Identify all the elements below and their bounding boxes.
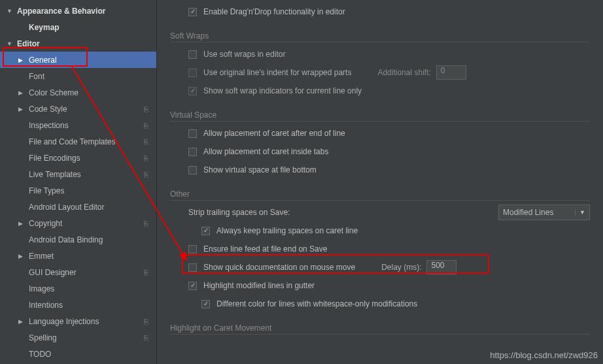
project-level-icon: ⎘ [144,105,148,113]
checkbox-quick-doc[interactable] [188,263,197,272]
sidebar-item-label: File and Code Templates [29,137,156,146]
sidebar-item-images[interactable]: Images [0,280,156,297]
sidebar-item-label: Emmet [29,252,156,261]
tree-arrow-icon: ▶ [18,106,26,112]
sidebar-item-copyright[interactable]: ▶Copyright⎘ [0,215,156,231]
label-highlight-modified: Highlight modified lines in gutter [203,281,315,290]
row-caret-inside-tabs: Allow placement of caret inside tabs [170,142,590,161]
tree-arrow-icon: ▶ [18,318,26,325]
dropdown-strip-trailing[interactable]: Modified Lines ▼ [498,205,590,220]
sidebar-item-file-and-code-templates[interactable]: File and Code Templates⎘ [0,133,156,150]
row-softwrap-indicators: Show soft wrap indicators for current li… [170,82,590,100]
sidebar-item-label: Language Injections [29,317,156,326]
sidebar-item-spelling[interactable]: Spelling⎘ [0,329,156,346]
project-level-icon: ⎘ [144,154,148,162]
checkbox-caret-inside-tabs[interactable] [188,148,197,156]
checkbox-softwrap-indicators[interactable] [188,87,197,95]
checkbox-highlight-modified[interactable] [188,282,197,290]
section-soft-wraps: Soft Wraps [170,31,590,42]
label-caret-after-eol: Allow placement of caret after end of li… [203,129,345,138]
sidebar-item-label: File Types [29,186,156,195]
input-delay-ms[interactable]: 500 [426,260,457,274]
checkbox-ensure-linefeed[interactable] [188,245,197,254]
sidebar-item-file-types[interactable]: File Types [0,182,156,199]
sidebar-item-emmet[interactable]: ▶Emmet [0,248,156,264]
label-delay-ms: Delay (ms): [381,263,421,272]
sidebar-item-label: Intentions [29,301,156,310]
checkbox-dragndrop[interactable] [188,8,197,16]
row-strip-trailing: Strip trailing spaces on Save: Modified … [170,203,590,222]
sidebar-item-label: File Encodings [29,154,156,163]
label-quick-doc: Show quick documentation on mouse move [203,263,355,272]
label-softwraps: Use soft wraps in editor [203,50,285,59]
project-level-icon: ⎘ [144,334,148,342]
row-ensure-linefeed: Ensure line feed at file end on Save [170,240,590,258]
sidebar-item-code-style[interactable]: ▶Code Style⎘ [0,101,156,117]
row-highlight-modified: Highlight modified lines in gutter [170,276,590,295]
sidebar-item-label: Color Scheme [29,88,156,97]
label-caret-inside-tabs: Allow placement of caret inside tabs [203,147,328,156]
sidebar-item-font[interactable]: Font [0,68,156,84]
checkbox-virtual-bottom[interactable] [188,166,197,174]
label-softwrap-indicators: Show soft wrap indicators for current li… [203,86,362,95]
chevron-down-icon: ▼ [575,209,585,216]
sidebar-item-general[interactable]: ▶General [0,52,156,68]
sidebar-item-intentions[interactable]: Intentions [0,297,156,313]
tree-arrow-icon: ▼ [7,41,14,47]
tree-arrow-icon: ▶ [18,57,26,63]
checkbox-keep-trailing-caret[interactable] [201,227,210,235]
sidebar-item-label: General [29,56,156,65]
sidebar-item-label: Font [29,72,156,81]
row-original-indent: Use original line's indent for wrapped p… [170,63,590,82]
input-additional-shift[interactable]: 0 [436,65,466,80]
row-quick-doc: Show quick documentation on mouse move D… [170,258,590,276]
row-keep-trailing-caret: Always keep trailing spaces on caret lin… [170,222,590,240]
settings-sidebar: ▼Appearance & BehaviorKeymap▼Editor▶Gene… [0,0,157,364]
tree-arrow-icon: ▶ [18,220,26,227]
project-level-icon: ⎘ [144,220,148,227]
tree-arrow-icon: ▶ [18,253,26,259]
checkbox-different-color-ws[interactable] [201,300,210,308]
checkbox-softwraps[interactable] [188,50,197,59]
label-different-color-ws: Different color for lines with whitespac… [216,299,417,308]
sidebar-item-label: Android Layout Editor [29,203,156,212]
row-softwraps: Use soft wraps in editor [170,45,590,63]
sidebar-item-label: Inspections [29,121,156,130]
sidebar-item-todo[interactable]: TODO [0,346,156,362]
sidebar-item-language-injections[interactable]: ▶Language Injections⎘ [0,313,156,329]
section-highlight-caret-movement: Highlight on Caret Movement [170,323,590,335]
sidebar-item-gui-designer[interactable]: GUI Designer⎘ [0,264,156,280]
sidebar-item-live-templates[interactable]: Live Templates⎘ [0,166,156,182]
sidebar-item-label: Editor [17,39,156,48]
row-virtual-bottom: Show virtual space at file bottom [170,161,590,179]
sidebar-item-android-layout-editor[interactable]: Android Layout Editor [0,199,156,215]
row-different-color-ws: Different color for lines with whitespac… [170,295,590,313]
sidebar-item-label: Copyright [29,219,156,228]
tree-arrow-icon: ▶ [18,90,26,96]
sidebar-item-color-scheme[interactable]: ▶Color Scheme [0,84,156,101]
sidebar-item-label: Images [29,284,156,293]
label-ensure-linefeed: Ensure line feed at file end on Save [203,244,327,254]
label-additional-shift: Additional shift: [377,68,430,77]
project-level-icon: ⎘ [144,171,148,178]
sidebar-item-android-data-binding[interactable]: Android Data Binding [0,231,156,248]
checkbox-original-indent[interactable] [188,69,197,77]
sidebar-item-label: Keymap [29,23,156,32]
sidebar-item-label: Code Style [29,105,156,114]
project-level-icon: ⎘ [144,318,148,325]
sidebar-item-editor[interactable]: ▼Editor [0,35,156,52]
section-virtual-space: Virtual Space [170,110,590,122]
project-level-icon: ⎘ [144,269,148,276]
sidebar-item-label: TODO [29,350,156,359]
label-keep-trailing-caret: Always keep trailing spaces on caret lin… [216,226,358,235]
section-other: Other [170,190,590,201]
sidebar-item-file-encodings[interactable]: File Encodings⎘ [0,150,156,166]
sidebar-item-appearance-behavior[interactable]: ▼Appearance & Behavior [0,3,156,19]
sidebar-item-inspections[interactable]: Inspections⎘ [0,117,156,133]
row-caret-after-eol: Allow placement of caret after end of li… [170,124,590,142]
sidebar-item-label: Appearance & Behavior [17,7,156,16]
sidebar-item-keymap[interactable]: Keymap [0,19,156,35]
checkbox-caret-after-eol[interactable] [188,129,197,138]
dropdown-strip-trailing-value: Modified Lines [503,208,553,217]
row-enable-dragndrop: Enable Drag'n'Drop functionality in edit… [170,3,590,21]
